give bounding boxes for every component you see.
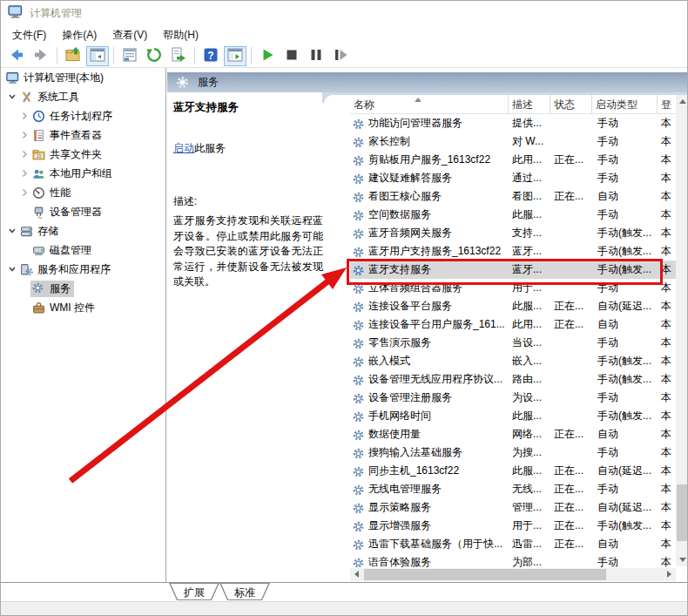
toolbar-stop-service-button[interactable] bbox=[280, 46, 303, 66]
service-row[interactable]: 立体音频组合器服务用于...手动本 bbox=[350, 279, 677, 297]
service-name: 建议疑难解答服务 bbox=[368, 169, 508, 187]
service-logon-as: 本 bbox=[661, 480, 676, 498]
play-icon bbox=[259, 46, 276, 66]
column-header-3[interactable]: 启动类型 bbox=[592, 95, 658, 114]
service-row[interactable]: 零售演示服务当设...手动本 bbox=[350, 334, 677, 352]
toolbar-pause-service-button[interactable] bbox=[305, 46, 327, 66]
service-gear-icon bbox=[353, 337, 364, 349]
service-row[interactable]: 无线电管理服务无线...正在...手动本 bbox=[350, 480, 677, 498]
chevron-right-icon[interactable] bbox=[18, 167, 30, 179]
service-logon-as: 本 bbox=[661, 462, 676, 480]
toolbar-properties-button[interactable] bbox=[118, 46, 141, 66]
tree-item-shared-folders[interactable]: 23共享文件夹 bbox=[1, 145, 165, 164]
scroll-right-icon[interactable] bbox=[667, 571, 671, 578]
service-row[interactable]: 家长控制对 W...手动本 bbox=[350, 132, 677, 151]
service-status: 正在... bbox=[554, 151, 594, 169]
column-header-4[interactable]: 登 bbox=[658, 95, 677, 114]
tree-item-local-users-groups[interactable]: 本地用户和组 bbox=[1, 164, 165, 183]
service-row[interactable]: 剪贴板用户服务_1613cf22此用...正在...手动本 bbox=[350, 151, 677, 169]
service-row[interactable]: 数据使用量网络...正在...自动本 bbox=[350, 425, 677, 443]
tree-item-event-viewer[interactable]: 事件查看器 bbox=[1, 125, 165, 145]
services-header-title: 服务 bbox=[198, 75, 219, 90]
service-row[interactable]: 功能访问管理器服务提供...手动本 bbox=[350, 114, 677, 132]
service-row[interactable]: 迅雷下载基础服务（用于快...迅雷...正在...自动本 bbox=[350, 535, 677, 553]
tree-item-performance[interactable]: 性能 bbox=[1, 183, 165, 202]
tree-item-storage[interactable]: 存储 bbox=[1, 221, 165, 240]
tree-item-system-tools[interactable]: 系统工具 bbox=[1, 87, 165, 106]
tree-item-device-manager[interactable]: 设备管理器 bbox=[1, 202, 165, 221]
service-description: 无线... bbox=[512, 480, 550, 498]
service-startup-type: 手动 bbox=[597, 206, 655, 224]
chevron-right-icon[interactable] bbox=[18, 148, 30, 160]
service-row[interactable]: 空间数据服务此服...手动本 bbox=[350, 206, 677, 224]
scroll-up-icon[interactable] bbox=[676, 95, 688, 108]
toolbar-back-button[interactable] bbox=[5, 46, 28, 66]
column-header-0[interactable]: 名称 bbox=[350, 95, 509, 114]
tree-item-services[interactable]: 服务 bbox=[1, 279, 165, 298]
tab-standard[interactable]: 标准 bbox=[219, 583, 270, 600]
horizontal-scrollbar[interactable] bbox=[350, 568, 676, 581]
service-row[interactable]: 显示策略服务管理...正在...自动(延迟...本 bbox=[350, 498, 677, 517]
service-startup-type: 自动(延迟... bbox=[597, 498, 655, 517]
service-row[interactable]: 设备管理无线应用程序协议...路由...手动(触发...本 bbox=[350, 370, 677, 389]
service-status bbox=[554, 389, 594, 407]
service-description: 用于... bbox=[512, 517, 550, 535]
tree-item-task-scheduler[interactable]: 任务计划程序 bbox=[1, 106, 165, 125]
toolbar-forward-button[interactable] bbox=[30, 46, 52, 66]
service-row[interactable]: 显示增强服务用于...正在...手动(触发...本 bbox=[350, 517, 677, 535]
service-row[interactable]: 同步主机_1613cf22此服...正在...自动(延迟...本 bbox=[350, 462, 677, 480]
service-row[interactable]: 搜狗输入法基础服务为搜...手动本 bbox=[350, 443, 677, 462]
tab-extended[interactable]: 扩展 bbox=[169, 583, 219, 600]
service-row[interactable]: 设备管理注册服务为设...手动本 bbox=[350, 389, 677, 407]
chevron-down-icon[interactable] bbox=[6, 225, 18, 237]
toolbar-refresh-button[interactable] bbox=[143, 46, 165, 66]
service-row[interactable]: 语音体验服务为部...手动本 bbox=[350, 553, 677, 567]
toolbar-show-console-tree-button[interactable] bbox=[86, 46, 109, 66]
service-gear-icon bbox=[353, 154, 364, 166]
service-row[interactable]: 嵌入模式嵌入...手动(触发...本 bbox=[350, 352, 677, 370]
toolbar-show-action-pane-button[interactable] bbox=[224, 46, 246, 66]
scroll-left-icon[interactable] bbox=[354, 571, 359, 578]
scroll-down-icon[interactable] bbox=[676, 553, 688, 566]
toolbar-up-one-level-button[interactable] bbox=[62, 46, 84, 66]
toolbar-export-list-button[interactable] bbox=[167, 46, 190, 66]
chevron-right-icon[interactable] bbox=[18, 110, 30, 122]
tree-item-computer-management-local[interactable]: 计算机管理(本地) bbox=[1, 68, 165, 87]
menu-bar: 文件(F)操作(A)查看(V)帮助(H) bbox=[1, 25, 687, 44]
forward-icon bbox=[32, 46, 50, 66]
service-status bbox=[554, 261, 594, 279]
service-row[interactable]: 蓝牙音频网关服务支持...手动(触发...本 bbox=[350, 224, 677, 242]
service-status bbox=[554, 352, 594, 370]
column-header-2[interactable]: 状态 bbox=[550, 95, 592, 114]
toolbar-restart-service-button[interactable] bbox=[329, 46, 352, 66]
chevron-down-icon[interactable] bbox=[6, 263, 18, 275]
toolbar-start-service-button[interactable] bbox=[256, 46, 279, 66]
vertical-scrollbar[interactable] bbox=[676, 95, 688, 566]
horizontal-scrollbar-thumb[interactable] bbox=[364, 569, 606, 580]
service-row[interactable]: 看图王核心服务看图...正在...自动本 bbox=[350, 187, 677, 206]
window-title: 计算机管理 bbox=[30, 6, 82, 21]
service-row[interactable]: 蓝牙用户支持服务_1613cf22蓝牙...手动(触发...本 bbox=[350, 242, 677, 261]
service-row[interactable]: 连接设备平台服务此服...正在...自动(延迟...本 bbox=[350, 297, 677, 315]
tree-item-services-and-applications[interactable]: 服务和应用程序 bbox=[1, 260, 165, 279]
console-tree-pane: 计算机管理(本地)系统工具任务计划程序事件查看器23共享文件夹本地用户和组性能设… bbox=[1, 68, 166, 582]
start-service-link[interactable]: 启动 bbox=[173, 142, 194, 154]
column-header-1[interactable]: 描述 bbox=[509, 95, 550, 114]
clock-icon bbox=[32, 110, 45, 123]
toolbar-help-button[interactable]: ? bbox=[199, 46, 222, 66]
chevron-right-icon[interactable] bbox=[18, 129, 30, 141]
menu-item-action[interactable]: 操作(A) bbox=[54, 25, 105, 45]
tree-item-wmi-control[interactable]: WMI 控件 bbox=[1, 298, 165, 317]
service-row-selected[interactable]: 蓝牙支持服务蓝牙...手动(触发...本 bbox=[350, 261, 677, 279]
menu-item-help[interactable]: 帮助(H) bbox=[155, 25, 206, 45]
service-row[interactable]: 建议疑难解答服务通过...手动本 bbox=[350, 169, 677, 187]
menu-item-file[interactable]: 文件(F) bbox=[4, 25, 54, 45]
chevron-down-icon[interactable] bbox=[6, 91, 18, 103]
service-startup-type: 手动 bbox=[597, 443, 655, 462]
tree-item-disk-management[interactable]: 磁盘管理 bbox=[1, 240, 165, 260]
service-row[interactable]: 手机网络时间此服...手动(触发...本 bbox=[350, 407, 677, 425]
menu-item-view[interactable]: 查看(V) bbox=[105, 25, 155, 45]
chevron-right-icon[interactable] bbox=[18, 186, 30, 199]
service-row[interactable]: 连接设备平台用户服务_161...此用...正在...自动本 bbox=[350, 315, 677, 334]
vertical-scrollbar-thumb[interactable] bbox=[677, 484, 688, 541]
